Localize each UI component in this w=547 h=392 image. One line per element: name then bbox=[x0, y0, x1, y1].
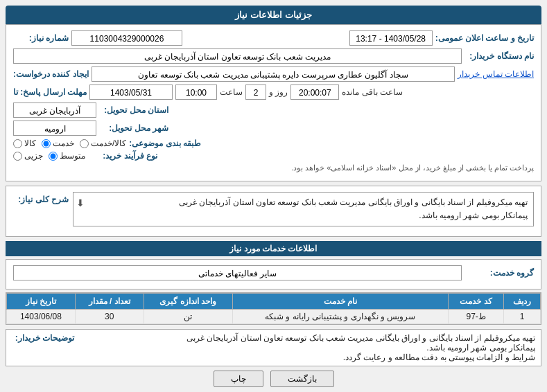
payment-note: پرداخت تمام یا بخشی از مبلغ خرید، از محل… bbox=[291, 163, 534, 172]
description-box: ⬇ تهیه میکروفیلم از اسناد بایگانی و اورا… bbox=[73, 192, 534, 226]
notes-content: تهیه میکروفیلم از اسناد بایگانی و اوراق … bbox=[77, 333, 535, 362]
type-goods-service-label: کالا/خدمت bbox=[91, 139, 126, 148]
services-table-container: ردیف کد خدمت نام خدمت واحد اندازه گیری ت… bbox=[6, 292, 541, 325]
type-goods-service-radio[interactable] bbox=[80, 139, 89, 148]
description-line2: پیمانکار بومی شهر ارومیه باشد. bbox=[79, 209, 528, 222]
notes-line1: تهیه میکروفیلم از اسناد بایگانی و اوراق … bbox=[77, 333, 535, 343]
delivery-city-value: ارومیه bbox=[13, 121, 96, 136]
description-label: شرح کلی نیاز: bbox=[13, 192, 69, 204]
process-label: نوع فرآیند خرید: bbox=[88, 151, 157, 161]
days-value: 2 bbox=[245, 84, 266, 100]
date-value: 1403/05/28 - 13:17 bbox=[349, 30, 433, 46]
date-label: تاریخ و ساعت اعلان عمومی: bbox=[435, 33, 534, 43]
button-row: بازگشت چاپ bbox=[6, 371, 541, 387]
print-button[interactable]: چاپ bbox=[214, 371, 263, 387]
process-partial-label: جزیی bbox=[24, 151, 43, 161]
type-service-radio[interactable] bbox=[42, 139, 51, 148]
contact-link[interactable]: اطلاعات تماس خریدار bbox=[458, 69, 534, 79]
type-goods-radio[interactable] bbox=[13, 139, 22, 148]
buyer-label: نام دستگاه خریدار: bbox=[464, 51, 534, 61]
notes-label: توضیحات خریدار: bbox=[12, 333, 74, 362]
description-line1: تهیه میکروفیلم از اسناد بایگانی و اوراق … bbox=[79, 196, 528, 209]
type-service-option[interactable]: خدمت bbox=[42, 139, 74, 148]
time-label: ساعت bbox=[220, 87, 243, 97]
type-label: طبقه بندی موضوعی: bbox=[129, 139, 201, 148]
creator-value: سجاد آگلیون عطاری سرپرست دایره پشتیبانی … bbox=[92, 66, 455, 82]
cell-unit: تن bbox=[144, 310, 232, 324]
order-number-label: شماره نیاز: bbox=[13, 33, 69, 43]
services-table: ردیف کد خدمت نام خدمت واحد اندازه گیری ت… bbox=[6, 293, 541, 324]
cell-service-name: سرویس و نگهداری و پشتیبانی رایانه و شبکه bbox=[232, 310, 448, 324]
process-medium-option[interactable]: متوسط bbox=[49, 151, 85, 161]
type-radio-group: کالا/خدمت خدمت کالا bbox=[13, 139, 126, 148]
creator-label: ایجاد کننده درخواست: bbox=[13, 69, 89, 79]
col-service-name: نام خدمت bbox=[232, 294, 448, 310]
process-partial-radio[interactable] bbox=[13, 152, 22, 161]
scroll-arrow-icon: ⬇ bbox=[76, 195, 85, 211]
col-unit: واحد اندازه گیری bbox=[144, 294, 232, 310]
col-date: تاریخ نیاز bbox=[7, 294, 76, 310]
days-label: روز و bbox=[269, 87, 288, 97]
order-number-value: 1103004329000026 bbox=[71, 30, 182, 46]
type-goods-label: کالا bbox=[24, 139, 36, 148]
type-goods-service-option[interactable]: کالا/خدمت bbox=[80, 139, 126, 148]
time-value: 10:00 bbox=[175, 84, 217, 100]
remaining-value: 20:00:07 bbox=[290, 84, 339, 100]
type-service-label: خدمت bbox=[53, 139, 74, 148]
response-deadline-label: مهلت ارسال پاسخ: تا bbox=[13, 87, 87, 97]
service-info-title: اطلاعات خدمات مورد نیاز bbox=[6, 241, 541, 256]
col-quantity: تعداد / مقدار bbox=[75, 294, 144, 310]
notes-line3: شرایط و الزامات پیوستی به دقت مطالعه و ر… bbox=[77, 353, 535, 362]
cell-quantity: 30 bbox=[75, 310, 144, 324]
table-row: 1 ط-97 سرویس و نگهداری و پشتیبانی رایانه… bbox=[7, 310, 541, 324]
cell-code: ط-97 bbox=[449, 310, 504, 324]
page-header: جزئیات اطلاعات نیاز bbox=[6, 6, 541, 24]
group-value: سایر فعالیتهای خدماتی bbox=[13, 265, 462, 280]
cell-row: 1 bbox=[504, 310, 541, 324]
process-medium-label: متوسط bbox=[60, 151, 85, 161]
process-radio-group: متوسط جزیی bbox=[13, 151, 85, 161]
type-goods-option[interactable]: کالا bbox=[13, 139, 36, 148]
process-partial-option[interactable]: جزیی bbox=[13, 151, 43, 161]
notes-line2: پیمانکار بومی شهر ارومیه باشد. bbox=[77, 343, 535, 353]
back-button[interactable]: بازگشت bbox=[270, 371, 334, 387]
delivery-city-label: شهر محل تحویل: bbox=[99, 123, 168, 133]
col-code: کد خدمت bbox=[449, 294, 504, 310]
group-label: گروه خدمت: bbox=[464, 268, 534, 278]
delivery-state-value: آذربایجان غربی bbox=[13, 103, 96, 118]
delivery-state-label: استان محل تحویل: bbox=[99, 105, 168, 115]
col-row: ردیف bbox=[504, 294, 541, 310]
process-medium-radio[interactable] bbox=[49, 152, 58, 161]
response-date-value: 1403/05/31 bbox=[89, 84, 173, 100]
buyer-value: مدیریت شعب بانک توسعه تعاون استان آذربای… bbox=[13, 48, 462, 64]
remaining-label: ساعت باقی مانده bbox=[342, 87, 403, 97]
cell-date: 1403/06/08 bbox=[7, 310, 76, 324]
